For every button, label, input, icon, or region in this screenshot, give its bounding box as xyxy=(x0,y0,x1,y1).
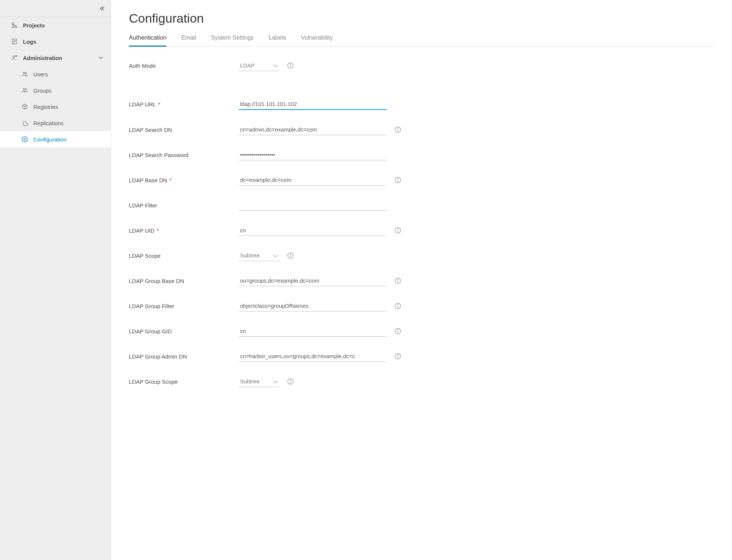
page-title: Configuration xyxy=(129,11,714,26)
label-auth-mode: Auth Mode xyxy=(129,63,233,69)
collapse-sidebar-icon[interactable] xyxy=(98,5,106,12)
svg-point-9 xyxy=(23,72,25,74)
row-ldap-search-password: LDAP Search Password xyxy=(129,149,714,160)
input-ldap-search-dn[interactable] xyxy=(239,124,387,135)
input-ldap-group-gid[interactable] xyxy=(239,326,387,337)
svg-point-10 xyxy=(25,73,27,74)
sidebar-item-administration[interactable]: Administration xyxy=(0,50,111,66)
svg-point-31 xyxy=(397,279,398,280)
sidebar-item-replications[interactable]: Replications xyxy=(0,115,111,131)
sidebar-item-logs[interactable]: Logs xyxy=(0,33,111,50)
input-ldap-url[interactable] xyxy=(239,99,387,110)
svg-rect-0 xyxy=(12,23,14,24)
tab-vulnerability[interactable]: Vulnerability xyxy=(301,32,333,47)
sidebar-item-users[interactable]: Users xyxy=(0,66,111,82)
info-icon[interactable] xyxy=(394,176,402,184)
svg-point-22 xyxy=(397,179,398,179)
row-ldap-uid: LDAP UID * xyxy=(129,225,714,236)
administration-icon xyxy=(11,54,18,61)
row-ldap-group-scope: LDAP Group Scope Subtree xyxy=(129,376,714,387)
users-icon xyxy=(21,71,28,77)
row-ldap-scope: LDAP Scope Subtree xyxy=(129,250,714,261)
groups-icon xyxy=(21,87,28,94)
required-marker: * xyxy=(168,177,172,183)
info-icon[interactable] xyxy=(287,378,294,385)
info-icon[interactable] xyxy=(287,62,294,69)
info-icon[interactable] xyxy=(394,353,402,360)
required-marker: * xyxy=(155,227,159,234)
tab-labels[interactable]: Labels xyxy=(269,32,286,47)
svg-point-25 xyxy=(397,229,398,229)
sidebar-item-configuration[interactable]: Configuration xyxy=(0,131,111,147)
label-ldap-scope: LDAP Scope xyxy=(129,253,233,259)
row-ldap-group-admin-dn: LDAP Group Admin DN xyxy=(129,351,714,362)
info-icon[interactable] xyxy=(287,252,294,259)
row-ldap-base-dn: LDAP Base DN * xyxy=(129,174,714,186)
svg-rect-1 xyxy=(12,26,14,28)
row-ldap-group-base-dn: LDAP Group Base DN xyxy=(129,275,714,286)
label-ldap-search-dn: LDAP Search DN xyxy=(129,127,233,133)
svg-point-37 xyxy=(397,330,398,330)
info-icon[interactable] xyxy=(394,327,402,335)
required-marker: * xyxy=(157,101,160,107)
tab-system-settings[interactable]: System Settings xyxy=(211,32,254,47)
label-ldap-group-filter: LDAP Group Filter xyxy=(129,303,233,309)
input-ldap-group-admin-dn[interactable] xyxy=(239,351,387,362)
row-auth-mode: Auth Mode LDAP xyxy=(129,60,714,71)
row-ldap-url: LDAP URL * xyxy=(129,99,714,110)
input-ldap-group-base-dn[interactable] xyxy=(239,275,387,286)
input-ldap-search-password[interactable] xyxy=(239,149,387,160)
label-ldap-group-admin-dn: LDAP Group Admin DN xyxy=(129,353,233,360)
sidebar-item-label: Registries xyxy=(33,104,58,110)
chevron-down-icon xyxy=(97,54,104,61)
svg-point-16 xyxy=(290,64,290,64)
sidebar-item-label: Groups xyxy=(33,87,51,94)
label-ldap-group-base-dn: LDAP Group Base DN xyxy=(129,278,233,284)
row-ldap-group-gid: LDAP Group GID xyxy=(129,326,714,337)
sidebar-item-label: Projects xyxy=(23,22,45,29)
label-ldap-filter: LDAP Filter xyxy=(129,202,233,209)
sidebar-item-groups[interactable]: Groups xyxy=(0,82,111,99)
svg-point-28 xyxy=(290,254,290,254)
row-ldap-filter: LDAP Filter xyxy=(129,200,714,211)
select-ldap-scope[interactable]: Subtree xyxy=(239,250,279,261)
row-ldap-search-dn: LDAP Search DN xyxy=(129,124,714,135)
info-icon[interactable] xyxy=(394,227,402,234)
info-icon[interactable] xyxy=(394,126,402,133)
tab-email[interactable]: Email xyxy=(181,32,196,47)
sidebar-item-label: Administration xyxy=(23,55,62,61)
sidebar-item-label: Replications xyxy=(33,120,64,126)
svg-point-7 xyxy=(13,56,15,58)
sidebar-item-projects[interactable]: Projects xyxy=(0,17,111,33)
sidebar-header xyxy=(0,0,111,17)
sidebar-item-label: Users xyxy=(33,71,48,77)
tab-authentication[interactable]: Authentication xyxy=(129,32,166,47)
input-ldap-base-dn[interactable] xyxy=(239,174,387,186)
input-ldap-filter[interactable] xyxy=(239,200,387,211)
svg-rect-2 xyxy=(15,26,17,28)
label-ldap-group-scope: LDAP Group Scope xyxy=(129,379,233,385)
svg-point-19 xyxy=(397,128,398,129)
tabs: Authentication Email System Settings Lab… xyxy=(129,32,714,47)
sidebar-item-label: Logs xyxy=(23,39,36,45)
projects-icon xyxy=(11,22,18,29)
row-ldap-group-filter: LDAP Group Filter xyxy=(129,300,714,311)
label-ldap-url: LDAP URL * xyxy=(129,101,233,107)
info-icon[interactable] xyxy=(394,277,402,284)
svg-point-11 xyxy=(23,89,24,90)
label-ldap-base-dn: LDAP Base DN * xyxy=(129,177,233,183)
label-ldap-group-gid: LDAP Group GID xyxy=(129,328,233,334)
svg-point-40 xyxy=(397,355,398,355)
main-content: Configuration Authentication Email Syste… xyxy=(111,0,732,560)
label-ldap-uid: LDAP UID * xyxy=(129,227,233,234)
replications-icon xyxy=(21,120,28,126)
select-auth-mode[interactable]: LDAP xyxy=(239,60,279,71)
sidebar-nav: Projects Logs xyxy=(0,17,111,147)
sidebar-item-registries[interactable]: Registries xyxy=(0,99,111,115)
input-ldap-uid[interactable] xyxy=(239,225,387,236)
sidebar: Projects Logs xyxy=(0,0,111,560)
input-ldap-group-filter[interactable] xyxy=(239,300,387,311)
select-ldap-group-scope[interactable]: Subtree xyxy=(239,376,279,387)
label-ldap-search-password: LDAP Search Password xyxy=(129,152,233,158)
info-icon[interactable] xyxy=(394,302,402,310)
